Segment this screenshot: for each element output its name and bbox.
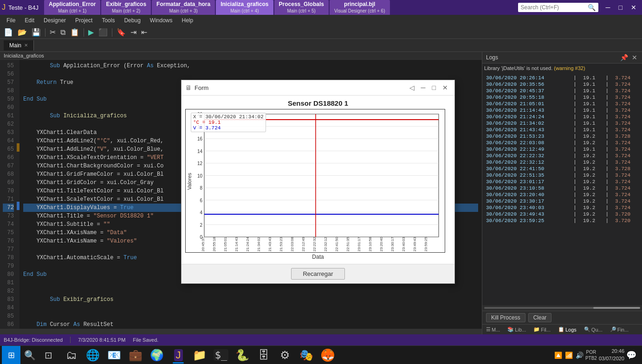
logs-scrollbar[interactable] bbox=[484, 307, 640, 309]
minimize-button[interactable]: ─ bbox=[602, 3, 614, 12]
close-button[interactable]: ✕ bbox=[627, 3, 640, 12]
dialog-footer: Recarregar bbox=[182, 264, 454, 283]
tray-icon-1[interactable]: 🔼 bbox=[554, 351, 562, 359]
toolbar: 📄 📂 💾 ✂ ⧉ 📋 ▶ ⬛ 🔖 ⇥ ⇤ bbox=[0, 26, 642, 39]
taskbar-app-db[interactable]: 🗄 bbox=[253, 346, 274, 364]
taskbar-app-outlook[interactable]: 📧 bbox=[104, 346, 124, 364]
taskbar-app-extra[interactable]: ⚙ bbox=[275, 346, 295, 364]
logs-scroll-area[interactable] bbox=[482, 305, 642, 311]
taskbar-app-edge[interactable]: 🌐 bbox=[83, 346, 103, 364]
tab-formatar-data-hora[interactable]: Formatar_data_hora Main (ctrl + 3) bbox=[152, 0, 215, 15]
taskbar-app-extra2[interactable]: 🎭 bbox=[296, 346, 317, 364]
tray-speaker[interactable]: 🔊 bbox=[576, 351, 584, 359]
svg-text:12: 12 bbox=[197, 161, 203, 166]
svg-text:30/06/2020 20:45:37: 30/06/2020 20:45:37 bbox=[201, 236, 205, 253]
search-input[interactable] bbox=[521, 4, 586, 11]
list-item: 30/06/2020 20:55:18 | 19.1 | 3.724 bbox=[484, 94, 640, 101]
taskbar-app-term[interactable]: $_ bbox=[211, 346, 231, 364]
toolbar-bookmark[interactable]: 🔖 bbox=[115, 27, 128, 38]
toolbar-paste[interactable]: 📋 bbox=[68, 27, 81, 38]
logs-tab-fin[interactable]: 🔎 Fin... bbox=[608, 326, 630, 333]
toolbar-copy[interactable]: ⧉ bbox=[58, 27, 67, 38]
taskbar-apps: 🗂 🌐 📧 💼 🌍 J 📁 $_ � bbox=[58, 346, 551, 364]
toolbar-cut[interactable]: ✂ bbox=[48, 27, 58, 38]
list-item: 30/06/2020 23:59:25 | 19.2 | 3.720 bbox=[484, 217, 640, 224]
logs-tab-lib[interactable]: 📚 Lib... bbox=[506, 326, 528, 333]
taskbar-app-extra3[interactable]: 🦊 bbox=[318, 346, 338, 364]
toolbar-open[interactable]: 📂 bbox=[16, 27, 29, 38]
menu-file[interactable]: File bbox=[2, 16, 20, 25]
menu-windows[interactable]: Windows bbox=[145, 16, 177, 25]
taskbar-search-button[interactable]: 🔍 bbox=[21, 347, 38, 364]
chart-x-label: Data bbox=[185, 254, 451, 260]
list-item: 30/06/2020 23:49:43 | 19.2 | 3.720 bbox=[484, 211, 640, 217]
tab-principal-bjl[interactable]: principal.bjl Visual Designer (ctrl + 6) bbox=[330, 0, 390, 15]
recarregar-button[interactable]: Recarregar bbox=[291, 268, 344, 280]
taskbar-app-b4j[interactable]: J bbox=[168, 346, 188, 364]
logs-tab-logs[interactable]: 📋 Logs bbox=[556, 326, 578, 333]
chart-tooltip: X = 30/06/2020 21:34:02 °C = 19.1 V = 3.… bbox=[191, 113, 266, 132]
toolbar-stop[interactable]: ⬛ bbox=[97, 27, 110, 38]
dialog-back-button[interactable]: ◁ bbox=[407, 83, 417, 92]
taskbar-app-chrome[interactable]: 🌍 bbox=[147, 346, 167, 364]
menu-help[interactable]: Help bbox=[177, 16, 198, 25]
logs-close-button[interactable]: ✕ bbox=[631, 54, 638, 61]
list-item: 30/06/2020 20:26:14 | 19.1 | 3.724 bbox=[484, 75, 640, 81]
logs-warning: Library 'jDateUtils' is not used. (warni… bbox=[484, 65, 640, 71]
menu-designer[interactable]: Designer bbox=[39, 16, 71, 25]
toolbar-outdent[interactable]: ⇤ bbox=[139, 27, 149, 38]
list-item: 30/06/2020 22:32:12 | 19.2 | 3.724 bbox=[484, 159, 640, 166]
toolbar-run[interactable]: ▶ bbox=[86, 27, 96, 38]
status-bar: B4J-Bridge: Disconnected 7/3/2020 8:41:5… bbox=[0, 334, 642, 345]
editor-tab-close[interactable]: ✕ bbox=[24, 43, 28, 48]
tab-process-globals[interactable]: Process_Globals Main (ctrl + 5) bbox=[274, 0, 329, 15]
menu-debug[interactable]: Debug bbox=[119, 16, 145, 25]
menu-tools[interactable]: Tools bbox=[97, 16, 119, 25]
tray-wifi[interactable]: 📶 bbox=[565, 351, 573, 359]
search-bar[interactable]: 🔍 bbox=[518, 3, 598, 12]
logs-actions: 📌 ✕ bbox=[619, 54, 638, 61]
notification-icon[interactable]: 💬 bbox=[626, 350, 636, 360]
tooltip-c: °C = 19.1 bbox=[193, 120, 264, 125]
toolbar-save[interactable]: 💾 bbox=[30, 27, 43, 38]
taskbar-time[interactable]: 20:46 03/07/2020 bbox=[599, 348, 624, 362]
logs-pin-button[interactable]: 📌 bbox=[619, 54, 629, 61]
toolbar-indent[interactable]: ⇥ bbox=[129, 27, 138, 38]
toolbar-sep-1 bbox=[45, 28, 45, 37]
logs-tab-fil[interactable]: 📁 Fil... bbox=[532, 326, 552, 333]
svg-text:30/06/2020 22:32:12: 30/06/2020 22:32:12 bbox=[324, 236, 328, 253]
taskbar-app-files[interactable]: 📁 bbox=[189, 346, 210, 364]
title-bar: J Teste - B4J Application_Error Main (ct… bbox=[0, 0, 642, 15]
logs-tab-m[interactable]: ☰ M... bbox=[484, 326, 502, 333]
list-item: 30/06/2020 23:30:17 | 19.2 | 3.724 bbox=[484, 198, 640, 204]
tab-exibir-graficos[interactable]: Exibir_graficos Main (ctrl + 2) bbox=[101, 0, 151, 15]
menu-edit[interactable]: Edit bbox=[20, 16, 39, 25]
toolbar-new[interactable]: 📄 bbox=[2, 27, 15, 38]
svg-text:30/06/2020 22:22:32: 30/06/2020 22:22:32 bbox=[312, 236, 317, 253]
taskbar-app-explorer[interactable]: 🗂 bbox=[61, 346, 82, 364]
clear-button[interactable]: Clear bbox=[528, 313, 552, 322]
tab-application-error[interactable]: Application_Error Main (ctrl + 1) bbox=[44, 0, 100, 15]
svg-text:Valores: Valores bbox=[187, 172, 192, 190]
kill-process-button[interactable]: Kill Process bbox=[486, 313, 525, 322]
maximize-button[interactable]: □ bbox=[615, 3, 626, 12]
taskbar-task-view[interactable]: ⊡ bbox=[40, 347, 57, 364]
svg-text:4: 4 bbox=[200, 210, 202, 215]
editor-tab-main[interactable]: Main ✕ bbox=[4, 40, 34, 51]
list-item: 30/06/2020 23:01:17 | 19.2 | 3.724 bbox=[484, 179, 640, 185]
list-item: 30/06/2020 20:35:56 | 19.1 | 3.724 bbox=[484, 81, 640, 88]
taskbar-app-quickbooks[interactable]: 💼 bbox=[125, 346, 146, 364]
toolbar-sep-3 bbox=[112, 28, 112, 37]
logs-content[interactable]: Library 'jDateUtils' is not used. (warni… bbox=[482, 64, 642, 305]
toolbar-sep-2 bbox=[84, 28, 84, 37]
dialog-maximize-button[interactable]: □ bbox=[429, 83, 439, 92]
taskbar-app-python[interactable]: 🐍 bbox=[232, 346, 253, 364]
dialog-minimize-button[interactable]: ─ bbox=[418, 83, 428, 92]
dialog-close-button[interactable]: ✕ bbox=[440, 83, 451, 92]
logs-tab-qu[interactable]: 🔍 Qu... bbox=[582, 326, 604, 333]
tab-inicializa-graficos[interactable]: Inicializa_graficos Main (ctrl + 4) bbox=[216, 0, 273, 15]
status-sep-1 bbox=[70, 337, 71, 343]
editor-scrollbar-h[interactable] bbox=[0, 329, 482, 334]
start-button[interactable]: ⊞ bbox=[2, 346, 20, 364]
menu-project[interactable]: Project bbox=[71, 16, 97, 25]
